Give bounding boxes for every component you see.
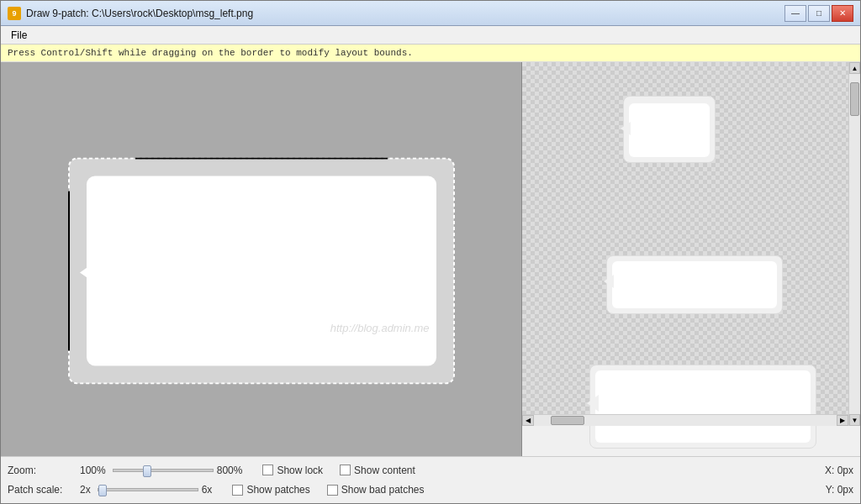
scroll-thumb-vertical[interactable] [850, 82, 859, 116]
show-bad-patches-checkbox[interactable] [327, 485, 338, 496]
zoom-min-label: 100% [80, 465, 106, 476]
scroll-thumb-horizontal[interactable] [551, 416, 584, 425]
menu-item-file[interactable]: File [4, 28, 34, 43]
nine-patch-frame [68, 157, 455, 384]
zoom-slider-container: 100% 800% [80, 465, 246, 476]
show-patches-checkbox[interactable] [232, 485, 243, 496]
info-text: Press Control/Shift while dragging on th… [8, 48, 413, 58]
scroll-down-button[interactable]: ▼ [849, 414, 860, 426]
zoom-max-label: 800% [217, 465, 243, 476]
scroll-left-button[interactable]: ◀ [522, 415, 534, 426]
status-row-2: Patch scale: 2x 6x Show patches Show bad… [8, 480, 853, 501]
window-title: Draw 9-patch: C:\Users\rock\Desktop\msg_… [26, 8, 784, 19]
window-controls: — □ ✕ [784, 5, 853, 22]
preview-panel: ▲ ▼ ◀ ▶ [522, 62, 860, 456]
patch-scale-slider[interactable] [98, 488, 198, 491]
show-patches-group: Show patches [232, 484, 309, 496]
scroll-track-vertical[interactable] [849, 74, 860, 414]
main-area: http://blog.admin.me ▲ [1, 62, 860, 456]
bubble-arrow [80, 260, 97, 284]
zoom-label: Zoom: [8, 465, 75, 476]
close-button[interactable]: ✕ [832, 5, 853, 22]
zoom-slider-thumb[interactable] [143, 465, 151, 477]
preview-medium-arrow [604, 275, 614, 288]
status-bar: Zoom: 100% 800% Show lock Show content X… [1, 456, 860, 503]
svg-rect-2 [135, 157, 388, 159]
patch-scale-slider-container: 2x 6x [80, 484, 215, 496]
scroll-track-horizontal[interactable] [534, 415, 837, 426]
show-lock-group: Show lock [262, 465, 323, 476]
scrollbar-horizontal[interactable]: ◀ ▶ [522, 414, 848, 426]
show-lock-checkbox[interactable] [262, 465, 273, 475]
maximize-button[interactable]: □ [808, 5, 830, 22]
show-lock-label[interactable]: Show lock [277, 465, 323, 476]
nine-patch-editor[interactable]: http://blog.admin.me [1, 62, 522, 456]
scrollbar-vertical[interactable]: ▲ ▼ [848, 62, 860, 426]
show-bad-patches-group: Show bad patches [327, 484, 425, 496]
patch-scale-label: Patch scale: [8, 484, 75, 496]
nine-patch-canvas[interactable]: http://blog.admin.me [68, 157, 455, 384]
bubble-white [87, 176, 436, 365]
scroll-right-button[interactable]: ▶ [837, 415, 848, 426]
preview-medium [606, 255, 783, 314]
app-icon: 9 [8, 7, 21, 20]
zoom-slider[interactable] [113, 469, 214, 472]
patch-scale-max-label: 6x [202, 484, 213, 496]
menu-bar: File [1, 26, 860, 45]
show-content-label[interactable]: Show content [354, 465, 415, 476]
patch-scale-min-label: 2x [80, 484, 91, 496]
info-bar: Press Control/Shift while dragging on th… [1, 45, 860, 62]
minimize-button[interactable]: — [784, 5, 806, 22]
preview-large [589, 365, 816, 449]
show-content-checkbox[interactable] [340, 465, 351, 475]
title-bar: 9 Draw 9-patch: C:\Users\rock\Desktop\ms… [1, 1, 860, 26]
patch-scale-slider-thumb[interactable] [98, 485, 107, 496]
show-bad-patches-label[interactable]: Show bad patches [341, 484, 425, 496]
y-coord: Y: 0px [786, 484, 853, 496]
scroll-up-button[interactable]: ▲ [849, 62, 860, 74]
show-content-group: Show content [340, 465, 415, 476]
preview-small-arrow [621, 122, 631, 135]
preview-small [623, 96, 716, 163]
svg-rect-1 [68, 191, 70, 350]
preview-large-arrow [587, 395, 599, 412]
show-patches-label[interactable]: Show patches [246, 484, 309, 496]
main-window: 9 Draw 9-patch: C:\Users\rock\Desktop\ms… [0, 0, 861, 504]
status-row-1: Zoom: 100% 800% Show lock Show content X… [8, 460, 853, 480]
x-coord: X: 0px [786, 465, 853, 476]
